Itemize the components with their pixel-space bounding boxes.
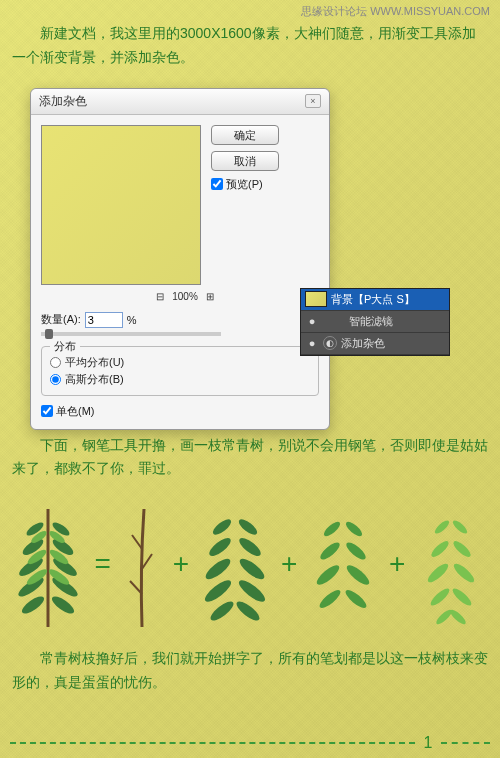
gaussian-radio[interactable] xyxy=(50,374,61,385)
equals-sign: = xyxy=(94,548,110,580)
watermark: 思缘设计论坛 WWW.MISSYUAN.COM xyxy=(301,4,490,19)
svg-point-18 xyxy=(207,535,234,559)
dialog-body: 确定 取消 预览(P) xyxy=(31,115,329,295)
svg-point-23 xyxy=(236,577,268,605)
page-number: 1 xyxy=(415,734,441,752)
paragraph-2: 下面，钢笔工具开撸，画一枝常青树，别说不会用钢笔，否则即使是姑姑来了，都救不了你… xyxy=(0,434,500,482)
svg-point-41 xyxy=(451,586,474,608)
svg-point-39 xyxy=(452,561,477,585)
uniform-radio[interactable] xyxy=(50,357,61,368)
svg-point-26 xyxy=(322,520,342,539)
noise-preview xyxy=(41,125,201,285)
svg-point-17 xyxy=(236,517,259,538)
svg-point-27 xyxy=(344,520,364,539)
layer-name-smart: 智能滤镜 xyxy=(349,314,393,329)
svg-point-20 xyxy=(203,556,233,583)
svg-point-22 xyxy=(202,577,234,605)
plus-sign-2: + xyxy=(281,548,297,580)
svg-point-8 xyxy=(20,594,47,617)
svg-point-33 xyxy=(343,587,369,611)
zoom-in-icon[interactable]: ⊞ xyxy=(206,291,214,302)
close-icon[interactable]: × xyxy=(305,94,321,108)
paragraph-1: 新建文档，我这里用的3000X1600像素，大神们随意，用渐变工具添加一个渐变背… xyxy=(0,22,500,70)
footer-dash-right xyxy=(441,742,490,744)
svg-point-38 xyxy=(426,561,451,585)
layer-row-smart[interactable]: ● 智能滤镜 xyxy=(301,311,449,333)
layer-row-noise[interactable]: ● ◐ 添加杂色 xyxy=(301,333,449,355)
add-noise-dialog: 添加杂色 × 确定 取消 预览(P) ⊟ 100% ⊞ 数量(A xyxy=(30,88,330,430)
visibility-icon[interactable]: ● xyxy=(305,337,319,349)
amount-input[interactable] xyxy=(85,312,123,328)
svg-point-32 xyxy=(317,587,343,611)
svg-point-21 xyxy=(237,556,267,583)
svg-point-34 xyxy=(433,519,451,536)
svg-point-28 xyxy=(318,540,342,562)
distribution-legend: 分布 xyxy=(50,339,80,354)
branch-leaves-light-icon xyxy=(416,499,486,629)
branch-full-icon xyxy=(13,499,83,629)
layer-name-noise: 添加杂色 xyxy=(341,336,385,351)
svg-point-35 xyxy=(451,519,469,536)
layer-row-bg[interactable]: 背景【P大点 S】 xyxy=(301,289,449,311)
dialog-area: 添加杂色 × 确定 取消 预览(P) ⊟ 100% ⊞ 数量(A xyxy=(30,88,450,418)
svg-point-37 xyxy=(452,539,474,560)
preview-checkbox-label: 预览(P) xyxy=(226,177,263,192)
gaussian-label: 高斯分布(B) xyxy=(65,372,124,387)
p1-highlight: 新建文档 xyxy=(40,25,96,41)
zoom-controls: ⊟ 100% ⊞ xyxy=(31,291,329,302)
cancel-button[interactable]: 取消 xyxy=(211,151,279,171)
svg-point-9 xyxy=(50,594,77,617)
mono-checkbox-row[interactable]: 单色(M) xyxy=(41,404,319,419)
svg-point-24 xyxy=(208,599,236,624)
layer-thumb-icon xyxy=(305,291,327,307)
svg-point-19 xyxy=(237,535,264,559)
svg-point-16 xyxy=(210,517,233,538)
branch-stem-icon xyxy=(122,499,162,629)
amount-row: 数量(A): % xyxy=(31,312,329,328)
mono-label: 单色(M) xyxy=(56,404,95,419)
branch-leaves-mid-icon xyxy=(308,499,378,629)
zoom-value: 100% xyxy=(172,291,198,302)
svg-point-25 xyxy=(234,599,262,624)
amount-slider[interactable] xyxy=(41,332,221,336)
gaussian-radio-row[interactable]: 高斯分布(B) xyxy=(50,372,310,387)
mono-checkbox[interactable] xyxy=(41,405,53,417)
plus-sign-3: + xyxy=(389,548,405,580)
svg-point-36 xyxy=(430,539,452,560)
svg-point-30 xyxy=(314,562,342,588)
amount-label: 数量(A): xyxy=(41,312,81,327)
preview-checkbox[interactable] xyxy=(211,178,223,190)
svg-point-43 xyxy=(449,608,469,627)
paragraph-3: 常青树枝撸好后，我们就开始拼字了，所有的笔划都是以这一枝树枝来变形的，真是蛋蛋的… xyxy=(0,647,500,695)
zoom-out-icon[interactable]: ⊟ xyxy=(156,291,164,302)
layer-name-bg: 背景【P大点 S】 xyxy=(331,292,415,307)
dialog-title-text: 添加杂色 xyxy=(39,93,87,110)
page-footer: 1 xyxy=(0,734,500,752)
ok-button[interactable]: 确定 xyxy=(211,125,279,145)
footer-dash-left xyxy=(10,742,415,744)
plus-sign-1: + xyxy=(173,548,189,580)
distribution-group: 分布 平均分布(U) 高斯分布(B) xyxy=(41,346,319,396)
branch-leaves-dark-icon xyxy=(200,499,270,629)
uniform-radio-row[interactable]: 平均分布(U) xyxy=(50,355,310,370)
mono-row: 单色(M) xyxy=(31,404,329,429)
filter-mask-icon: ◐ xyxy=(323,336,337,350)
uniform-label: 平均分布(U) xyxy=(65,355,124,370)
window-buttons: × xyxy=(305,94,321,108)
amount-unit: % xyxy=(127,314,137,326)
svg-point-31 xyxy=(344,562,372,588)
svg-point-40 xyxy=(429,586,452,608)
svg-point-29 xyxy=(344,540,368,562)
layers-panel: 背景【P大点 S】 ● 智能滤镜 ● ◐ 添加杂色 xyxy=(300,288,450,356)
dialog-titlebar: 添加杂色 × xyxy=(31,89,329,115)
branch-formula: = + + + xyxy=(0,481,500,639)
visibility-icon[interactable]: ● xyxy=(305,315,319,327)
preview-checkbox-row[interactable]: 预览(P) xyxy=(211,177,263,192)
